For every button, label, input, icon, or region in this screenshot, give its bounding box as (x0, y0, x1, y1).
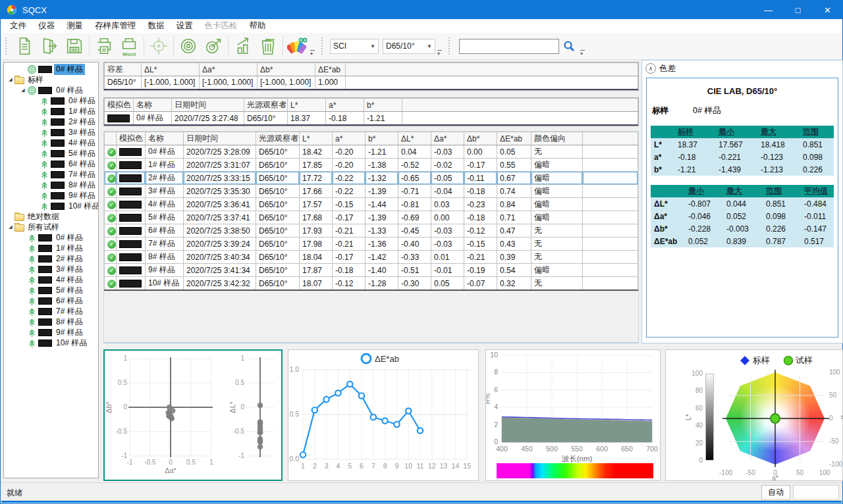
tree-item[interactable]: 10# 样品 (4, 338, 98, 348)
menu-item[interactable]: 色卡匹检 (199, 19, 244, 33)
lab-gamut-chart[interactable]: 标样试样-100-50050100a*100500-50-100b*100806… (665, 349, 843, 481)
color-cards-button[interactable] (285, 34, 310, 58)
expander-icon[interactable]: ◢ (7, 77, 14, 82)
column-header: 最大 (723, 185, 763, 197)
auto-button[interactable]: 自动 (761, 485, 790, 500)
statistics-button[interactable] (231, 34, 256, 58)
tree-item[interactable]: ◢0# 样品 (4, 85, 98, 95)
collapse-chevron-icon[interactable]: ∧ (645, 63, 656, 74)
delta-e-trend-chart[interactable]: ΔE*ab1234567891011121314150.00.51.0 (288, 349, 479, 481)
menu-item[interactable]: 测量 (61, 19, 89, 33)
tree-item[interactable]: 6# 样品 (4, 159, 98, 169)
menu-item[interactable]: 设置 (171, 19, 199, 33)
calibrate-button[interactable] (146, 34, 171, 58)
table-cell: D65/10° (256, 172, 300, 185)
table-row[interactable]: 0# 样品2020/7/25 3:27:48D65/10°18.37-0.18-… (105, 112, 638, 126)
tree-item[interactable]: 4# 样品 (4, 274, 98, 285)
expander-icon[interactable]: ◢ (7, 224, 14, 230)
sci-dropdown[interactable]: SCI ▼ (330, 39, 379, 54)
tree-item[interactable]: 2# 样品 (4, 116, 98, 127)
tree-item[interactable]: 10# 样品 (4, 201, 98, 211)
tree-item[interactable]: 8# 样品 (4, 180, 98, 190)
tree-item[interactable]: 2# 样品 (4, 253, 98, 264)
table-cell: -0.33 (398, 251, 431, 264)
tree-item[interactable]: 9# 样品 (4, 327, 98, 338)
tree-item[interactable]: 7# 样品 (4, 306, 98, 316)
table-row[interactable]: ✓5# 样品2020/7/25 3:37:41D65/10°17.68-0.17… (105, 211, 638, 224)
tree-item[interactable]: 8# 样品 (4, 316, 98, 327)
table-row[interactable]: ✓3# 样品2020/7/25 3:35:30D65/10°17.66-0.22… (105, 185, 638, 198)
svg-text:8: 8 (383, 462, 387, 470)
measure-standard-button[interactable] (176, 34, 201, 58)
menu-item[interactable]: 存样库管理 (89, 19, 142, 33)
minimize-button[interactable]: — (753, 1, 783, 19)
delta-scatter-chart[interactable]: -1-1-0.5-0.5000.50.511Δa*Δb*-1-0.500.51Δ… (103, 349, 283, 481)
column-header (105, 132, 117, 145)
tree-item[interactable]: 1# 样品 (4, 106, 98, 116)
close-button[interactable]: ✕ (813, 1, 842, 19)
tree-item[interactable]: 7# 样品 (4, 169, 98, 180)
tree-item[interactable]: 9# 样品 (4, 190, 98, 201)
tree-item[interactable]: 5# 样品 (4, 285, 98, 295)
table-row[interactable]: ✓0# 样品2020/7/25 3:28:09D65/10°18.42-0.20… (105, 145, 638, 159)
table-cell: -1.32 (366, 172, 398, 185)
toolbar-grip[interactable] (321, 38, 325, 55)
toolbar-grip[interactable] (449, 38, 452, 55)
svg-text:0.5: 0.5 (186, 459, 196, 466)
table-row[interactable]: ✓4# 样品2020/7/25 3:36:41D65/10°17.57-0.15… (105, 198, 638, 211)
table-row[interactable]: ✓8# 样品2020/7/25 3:40:34D65/10°18.04-0.17… (105, 251, 638, 264)
table-row[interactable]: ✓1# 样品2020/7/25 3:31:07D65/10°17.85-0.20… (105, 159, 638, 172)
tree-item[interactable]: 6# 样品 (4, 295, 98, 306)
menu-item[interactable]: 数据 (142, 19, 171, 33)
delete-button[interactable] (256, 34, 281, 58)
table-cell: -1.44 (366, 198, 398, 211)
tree-item[interactable]: 0# 样品 (4, 64, 98, 74)
tree-item[interactable]: ◢所有试样 (4, 222, 98, 232)
svg-text:ΔE*ab: ΔE*ab (375, 354, 399, 364)
svg-text:8: 8 (494, 368, 498, 376)
table-row[interactable]: ✓6# 样品2020/7/25 3:38:50D65/10°17.93-0.21… (105, 224, 638, 238)
tree-item[interactable]: 3# 样品 (4, 127, 98, 138)
column-header: Δa* (200, 63, 258, 76)
tree-item[interactable]: 0# 样品 (4, 232, 98, 243)
stats-row: a*-0.18-0.221-0.1230.098 (651, 151, 834, 163)
menu-item[interactable]: 文件 (4, 19, 32, 33)
tree-item[interactable]: 3# 样品 (4, 264, 98, 274)
save-button[interactable] (62, 34, 87, 58)
tree-item[interactable]: 0# 样品 (4, 95, 98, 106)
illuminant-dropdown[interactable]: D65/10° ▼ (383, 39, 435, 54)
toolbar-grip[interactable] (5, 38, 9, 55)
tree-item[interactable]: 绝对数据 (4, 211, 98, 222)
measure-sample-button[interactable] (201, 34, 226, 58)
toolbar-overflow-icon[interactable]: ▾ (310, 50, 315, 57)
toolbar-overflow-icon[interactable]: ▾ (437, 50, 442, 57)
menu-item[interactable]: 仪器 (32, 19, 61, 33)
menu-item[interactable]: 帮助 (244, 19, 272, 33)
svg-text:650: 650 (621, 445, 633, 453)
spectral-chart[interactable]: 0246810400450500550600650700波长(nm)R% (485, 349, 661, 481)
table-row[interactable]: ✓10# 样品2020/7/25 3:42:32D65/10°18.07-0.1… (105, 277, 638, 291)
maximize-button[interactable]: □ (783, 1, 813, 19)
stats-cell: 0.226 (763, 222, 801, 235)
toolbar-overflow-icon[interactable]: ▾ (580, 50, 585, 57)
search-input[interactable] (459, 39, 559, 54)
tree-item-label: 8# 样品 (54, 316, 85, 328)
stats-cell: 0.787 (763, 235, 801, 247)
print-button[interactable] (92, 34, 117, 58)
search-icon[interactable] (563, 40, 575, 52)
new-file-button[interactable] (12, 34, 37, 58)
tree-item[interactable]: 1# 样品 (4, 243, 98, 253)
tree-item[interactable]: 4# 样品 (4, 138, 98, 148)
export-button[interactable] (37, 34, 62, 58)
table-row[interactable]: ✓9# 样品2020/7/25 3:41:34D65/10°17.87-0.18… (105, 264, 638, 277)
table-row[interactable]: ✓2# 样品2020/7/25 3:33:15D65/10°17.72-0.22… (105, 172, 638, 185)
table-row[interactable]: ✓7# 样品2020/7/25 3:39:24D65/10°17.98-0.21… (105, 238, 638, 251)
svg-text:标样: 标样 (753, 355, 770, 365)
column-header: b* (364, 99, 402, 112)
table-row[interactable]: D65/10°[-1.000, 1.000][-1.000, 1.000][-1… (105, 76, 638, 89)
print-word-button[interactable]: Word (117, 34, 142, 58)
expander-icon[interactable]: ◢ (19, 88, 27, 93)
tree-item[interactable]: 5# 样品 (4, 148, 98, 159)
tree-item[interactable]: ◢标样 (4, 74, 98, 85)
stats-cell: 18.418 (757, 138, 800, 151)
